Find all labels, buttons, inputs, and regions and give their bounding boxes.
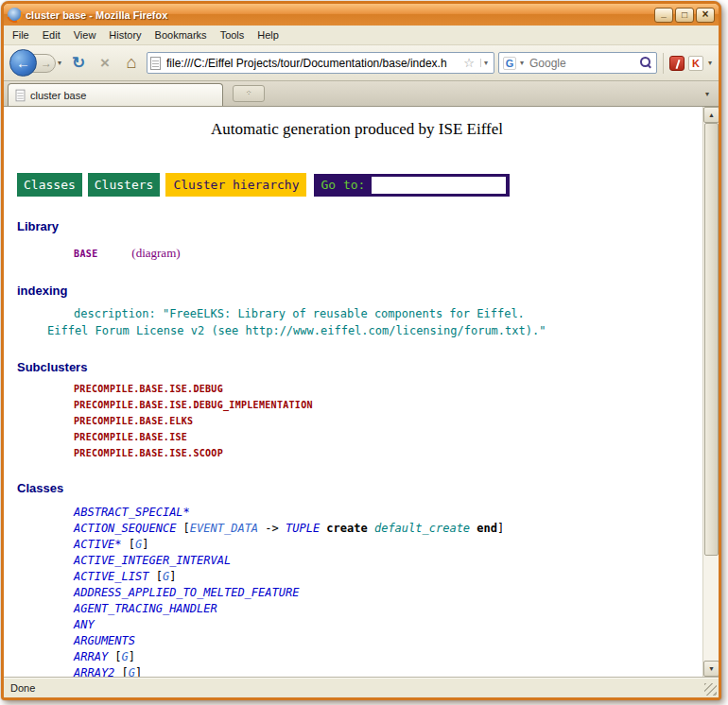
class-link[interactable]: ARGUMENTS xyxy=(74,634,135,647)
minimize-button[interactable] xyxy=(654,8,673,23)
google-engine-icon[interactable] xyxy=(503,57,516,70)
home-icon[interactable] xyxy=(120,52,143,75)
class-entry: ARGUMENTS xyxy=(17,633,697,649)
refresh-icon[interactable] xyxy=(67,52,90,75)
address-bar[interactable] xyxy=(147,52,494,74)
goto-label: Go to: xyxy=(321,178,365,192)
address-input[interactable] xyxy=(165,56,458,71)
class-link[interactable]: ADDRESS_APPLIED_TO_MELTED_FEATURE xyxy=(74,586,299,599)
class-entry: ACTION_SEQUENCE [EVENT_DATA -> TUPLE cre… xyxy=(17,521,697,537)
tab-stub[interactable] xyxy=(233,85,265,102)
feature-link[interactable]: default_create xyxy=(374,522,470,535)
history-dropdown-icon[interactable] xyxy=(56,59,63,67)
plain-text: [ xyxy=(108,650,121,663)
class-link[interactable]: ACTIVE_INTEGER_INTERVAL xyxy=(74,554,231,567)
subcluster-link[interactable]: PRECOMPILE.BASE.ISE.SCOOP xyxy=(17,448,697,458)
diagram-link[interactable]: (diagram) xyxy=(131,246,180,260)
stop-icon[interactable] xyxy=(94,52,116,75)
class-link[interactable]: ACTIVE_LIST xyxy=(74,570,148,583)
address-dropdown-icon[interactable] xyxy=(480,59,491,67)
plain-text: [ xyxy=(148,570,162,583)
class-link[interactable]: ANY xyxy=(74,618,95,631)
toolbar-separator xyxy=(663,53,664,74)
close-button[interactable] xyxy=(696,8,715,23)
maximize-button[interactable] xyxy=(675,8,694,23)
subcluster-link[interactable]: PRECOMPILE.BASE.ISE.DEBUG xyxy=(17,384,697,394)
tab-cluster-base[interactable]: cluster base xyxy=(8,83,223,106)
clusters-button[interactable]: Clusters xyxy=(88,173,161,197)
addon-dropdown-icon[interactable] xyxy=(707,59,713,67)
search-engine-dropdown-icon[interactable] xyxy=(519,59,525,67)
page-favicon xyxy=(150,57,161,70)
class-link[interactable]: AGENT_TRACING_HANDLER xyxy=(74,602,217,615)
back-button[interactable] xyxy=(9,49,37,77)
class-link[interactable]: ARRAY2 xyxy=(74,666,114,677)
plain-text xyxy=(368,522,374,535)
plain-text: ] xyxy=(135,666,142,677)
addon-k-icon[interactable]: K xyxy=(688,56,703,71)
classes-button[interactable]: Classes xyxy=(17,173,82,197)
classes-heading: Classes xyxy=(17,481,697,495)
class-link[interactable]: TUPLE xyxy=(286,522,320,535)
firefox-icon xyxy=(8,8,22,22)
menu-help[interactable]: Help xyxy=(251,26,286,43)
scrollbar-thumb[interactable] xyxy=(704,123,719,556)
tab-label: cluster base xyxy=(30,90,86,101)
status-bar: Done xyxy=(4,677,719,697)
plain-text: ] xyxy=(142,538,148,551)
plain-text: ] xyxy=(497,522,504,535)
doc-nav-buttons: Classes Clusters Cluster hierarchy Go to… xyxy=(17,173,697,197)
search-magnifier-icon[interactable] xyxy=(640,57,652,69)
class-link[interactable]: ACTIVE* xyxy=(74,538,122,551)
search-bar[interactable] xyxy=(498,52,657,74)
plain-text: -> xyxy=(258,522,286,535)
subcluster-link[interactable]: PRECOMPILE.BASE.ISE.DEBUG_IMPLEMENTATION xyxy=(17,400,697,410)
class-entry: ACTIVE_LIST [G] xyxy=(17,569,697,585)
class-link[interactable]: ABSTRACT_SPECIAL* xyxy=(74,506,190,519)
class-entry: ADDRESS_APPLIED_TO_MELTED_FEATURE xyxy=(17,585,697,601)
library-line: BASE (diagram) xyxy=(17,243,697,261)
menu-tools[interactable]: Tools xyxy=(214,26,251,43)
title-bar: cluster base - Mozilla Firefox xyxy=(4,4,719,26)
library-heading: Library xyxy=(17,219,697,233)
menu-history[interactable]: History xyxy=(102,26,147,43)
status-text: Done xyxy=(10,682,35,694)
tab-favicon xyxy=(16,89,26,101)
back-forward-group xyxy=(9,49,63,77)
generic-link[interactable]: G xyxy=(129,666,135,677)
goto-input[interactable] xyxy=(372,177,506,194)
window-title: cluster base - Mozilla Firefox xyxy=(26,9,649,21)
indexing-heading: indexing xyxy=(17,284,697,298)
menu-bookmarks[interactable]: Bookmarks xyxy=(148,26,214,43)
goto-box: Go to: xyxy=(314,174,510,197)
generic-link[interactable]: EVENT_DATA xyxy=(190,522,258,535)
addon-shield-icon[interactable] xyxy=(669,56,685,71)
class-link[interactable]: ARRAY xyxy=(74,650,108,663)
class-entry: ARRAY [G] xyxy=(17,649,697,665)
classes-list: ABSTRACT_SPECIAL*ACTION_SEQUENCE [EVENT_… xyxy=(17,505,697,677)
cluster-base-link[interactable]: BASE xyxy=(74,249,98,259)
resize-grip[interactable] xyxy=(704,683,717,696)
menu-edit[interactable]: Edit xyxy=(36,26,67,43)
indexing-description-line-2: Eiffel Forum License v2 (see http://www.… xyxy=(17,324,697,337)
subclusters-list: PRECOMPILE.BASE.ISE.DEBUGPRECOMPILE.BASE… xyxy=(17,384,697,458)
keyword-text: create xyxy=(326,522,367,535)
subcluster-link[interactable]: PRECOMPILE.BASE.ELKS xyxy=(17,416,697,426)
tab-list-dropdown-icon[interactable] xyxy=(700,85,715,102)
vertical-scrollbar[interactable] xyxy=(702,107,719,677)
menu-bar: FileEditViewHistoryBookmarksToolsHelp xyxy=(4,26,719,45)
browser-viewport: Automatic generation produced by ISE Eif… xyxy=(4,107,719,677)
page-content: Automatic generation produced by ISE Eif… xyxy=(4,107,702,677)
subcluster-link[interactable]: PRECOMPILE.BASE.ISE xyxy=(17,432,697,442)
bookmark-star-icon[interactable] xyxy=(461,56,477,70)
menu-file[interactable]: File xyxy=(6,26,36,43)
generic-link[interactable]: G xyxy=(122,650,129,663)
cluster-hierarchy-button[interactable]: Cluster hierarchy xyxy=(165,173,306,197)
plain-text: [ xyxy=(122,538,135,551)
menu-view[interactable]: View xyxy=(67,26,103,43)
scroll-up-icon[interactable] xyxy=(703,107,719,123)
class-entry: ACTIVE_INTEGER_INTERVAL xyxy=(17,553,697,569)
class-link[interactable]: ACTION_SEQUENCE xyxy=(74,522,176,535)
scroll-down-icon[interactable] xyxy=(703,661,719,677)
search-input[interactable] xyxy=(528,56,637,71)
